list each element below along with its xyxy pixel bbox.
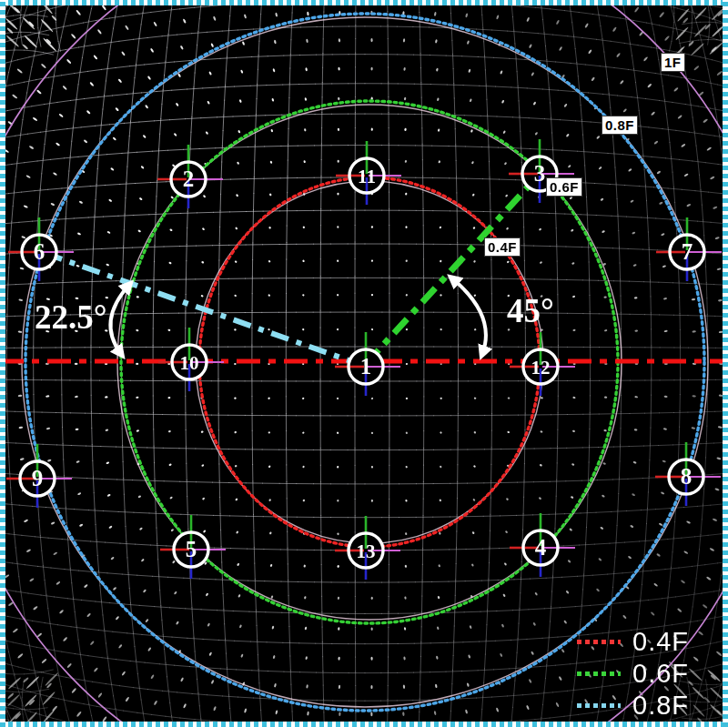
field-diagram: 12345678910111213 0.4F 0.6F 0.8F 1F 22.5…: [0, 0, 728, 727]
svg-text:5: 5: [186, 537, 197, 561]
svg-text:10: 10: [180, 352, 199, 374]
field-point-11: 11: [336, 141, 401, 205]
svg-text:11: 11: [358, 166, 376, 187]
ring-label-box: 0.4F: [484, 237, 521, 257]
svg-text:4: 4: [535, 535, 547, 560]
frame-border-left: [0, 0, 5, 727]
field-point-7: 7: [656, 217, 722, 281]
field-point-10: 10: [158, 328, 224, 391]
legend-label: 0.8F: [632, 692, 689, 719]
svg-text:13: 13: [357, 540, 376, 562]
frame-border-right: [723, 0, 728, 727]
legend-swatch-dotted-line: [577, 640, 621, 644]
svg-text:9: 9: [32, 466, 44, 490]
overlay-svg: 12345678910111213: [0, 0, 728, 727]
svg-text:1: 1: [360, 354, 372, 379]
svg-text:8: 8: [681, 464, 693, 489]
legend-swatch-dotted-line: [577, 703, 621, 708]
legend: 0.4F 0.6F 0.8F: [577, 626, 689, 722]
angle-annotation: 22.5°: [35, 300, 107, 334]
svg-text:3: 3: [534, 161, 546, 186]
field-point-6: 6: [8, 217, 74, 281]
ring-label-box: 0.6F: [546, 177, 582, 197]
field-point-1: 1: [335, 332, 400, 396]
line-45-deg: [366, 182, 532, 364]
legend-item: 0.6F: [577, 658, 689, 690]
field-point-2: 2: [157, 145, 223, 208]
field-point-8: 8: [655, 442, 721, 506]
legend-label: 0.6F: [632, 661, 689, 687]
ring-label-box: 0.8F: [602, 116, 638, 135]
frame-border-top: [0, 0, 728, 5]
svg-text:6: 6: [34, 239, 46, 264]
field-point-9: 9: [6, 444, 72, 508]
svg-text:2: 2: [183, 167, 195, 191]
field-point-13: 13: [335, 516, 400, 580]
svg-text:7: 7: [682, 239, 693, 264]
frame-border-bottom: [0, 722, 728, 727]
angle-annotation: 45°: [507, 294, 554, 328]
svg-text:12: 12: [531, 357, 551, 379]
legend-label: 0.4F: [632, 629, 689, 655]
ring-label-box: 1F: [661, 53, 685, 72]
legend-item: 0.8F: [577, 690, 689, 722]
legend-swatch-dotted-line: [577, 671, 621, 676]
arc-45-arrow: [452, 278, 486, 354]
legend-item: 0.4F: [577, 626, 689, 658]
